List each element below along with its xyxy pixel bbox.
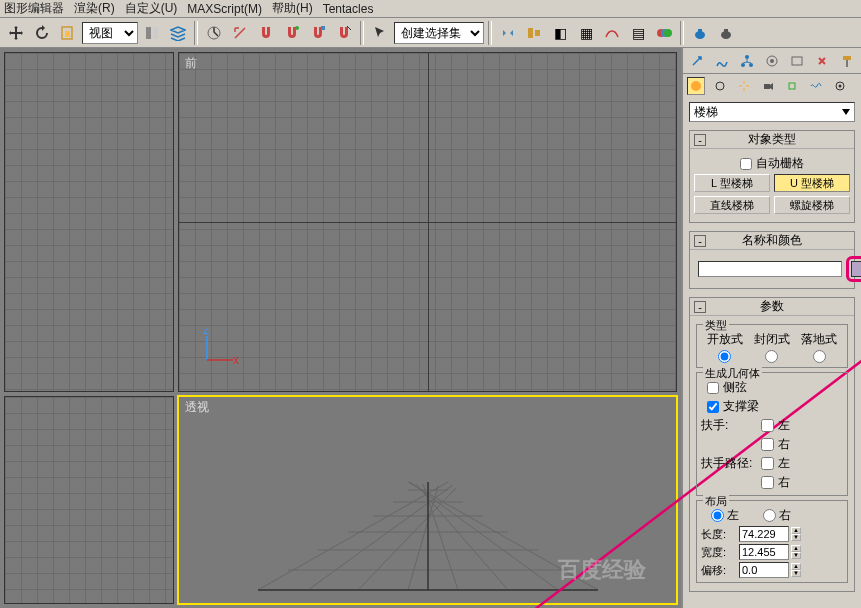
lights-icon[interactable] xyxy=(735,77,753,95)
autogrid-label: 自动栅格 xyxy=(756,155,804,172)
toggle-icon[interactable] xyxy=(140,21,164,45)
svg-point-49 xyxy=(716,82,724,90)
collapse-toggle[interactable]: - xyxy=(694,134,706,146)
align-icon[interactable] xyxy=(522,21,546,45)
snap2-icon[interactable] xyxy=(228,21,252,45)
menu-item[interactable]: 图形编辑器 xyxy=(4,0,64,17)
menu-item[interactable]: 自定义(U) xyxy=(125,0,178,17)
autogrid-checkbox[interactable] xyxy=(740,158,752,170)
rollout-title: 对象类型 xyxy=(748,131,796,148)
create-subtabs xyxy=(683,74,861,98)
type-group: 类型 开放式 封闭式 落地式 xyxy=(696,324,848,368)
menu-item[interactable]: Tentacles xyxy=(323,2,374,16)
layout-group: 布局 左 右 长度:▲▼ 宽度:▲▼ 偏移:▲▼ xyxy=(696,500,848,583)
offset-spinner[interactable] xyxy=(739,562,789,578)
rollout-title: 参数 xyxy=(760,298,784,315)
cameras-icon[interactable] xyxy=(759,77,777,95)
svg-point-53 xyxy=(839,85,842,88)
magnet3-icon[interactable] xyxy=(306,21,330,45)
svg-line-30 xyxy=(358,488,456,590)
closed-radio[interactable] xyxy=(765,350,778,363)
viewport-top-left[interactable] xyxy=(4,52,174,392)
modify-tab-icon[interactable] xyxy=(712,51,732,71)
spin-up-icon[interactable]: ▲ xyxy=(791,563,801,570)
scale-icon[interactable] xyxy=(56,21,80,45)
menu-item[interactable]: 渲染(R) xyxy=(74,0,115,17)
spin-down-icon[interactable]: ▼ xyxy=(791,534,801,541)
spin-up-icon[interactable]: ▲ xyxy=(791,527,801,534)
tool2-icon[interactable]: ▦ xyxy=(574,21,598,45)
spin-down-icon[interactable]: ▼ xyxy=(791,570,801,577)
spin-up-icon[interactable]: ▲ xyxy=(791,545,801,552)
open-radio[interactable] xyxy=(718,350,731,363)
move-icon[interactable] xyxy=(4,21,28,45)
viewport-label: 透视 xyxy=(185,399,209,416)
category-dropdown[interactable]: 楼梯 xyxy=(689,102,855,122)
straight-stairs-button[interactable]: 直线楼梯 xyxy=(694,196,770,214)
stringers-checkbox[interactable] xyxy=(707,382,719,394)
display-tab-icon[interactable] xyxy=(787,51,807,71)
hammer-tab-icon[interactable] xyxy=(837,51,857,71)
selection-set-select[interactable]: 创建选择集 xyxy=(394,22,484,44)
magnet4-icon[interactable] xyxy=(332,21,356,45)
svg-line-31 xyxy=(408,486,438,590)
helpers-icon[interactable] xyxy=(783,77,801,95)
magnet2-icon[interactable] xyxy=(280,21,304,45)
utilities-tab-icon[interactable] xyxy=(812,51,832,71)
svg-point-12 xyxy=(695,31,705,39)
render-icon[interactable] xyxy=(714,21,738,45)
select-icon[interactable] xyxy=(368,21,392,45)
svg-rect-45 xyxy=(792,57,802,65)
viewport-perspective[interactable]: 透视 xyxy=(178,396,677,604)
panel-tabs xyxy=(683,48,861,74)
floor-radio[interactable] xyxy=(813,350,826,363)
layout-right-radio[interactable] xyxy=(763,509,776,522)
collapse-toggle[interactable]: - xyxy=(694,301,706,313)
viewport-bottom-left[interactable] xyxy=(4,396,174,604)
layout-left-radio[interactable] xyxy=(711,509,724,522)
geometry-icon[interactable] xyxy=(687,77,705,95)
systems-icon[interactable] xyxy=(831,77,849,95)
motion-tab-icon[interactable] xyxy=(762,51,782,71)
length-spinner[interactable] xyxy=(739,526,789,542)
group-label: 生成几何体 xyxy=(703,366,762,381)
rotate-icon[interactable] xyxy=(30,21,54,45)
schematic-icon[interactable]: ▤ xyxy=(626,21,650,45)
material-icon[interactable] xyxy=(652,21,676,45)
view-select[interactable]: 视图 xyxy=(82,22,138,44)
width-spinner[interactable] xyxy=(739,544,789,560)
snap-icon[interactable] xyxy=(202,21,226,45)
railpath-right-checkbox[interactable] xyxy=(761,476,774,489)
shapes-icon[interactable] xyxy=(711,77,729,95)
spiral-stairs-button[interactable]: 螺旋楼梯 xyxy=(774,196,850,214)
mirror-icon[interactable] xyxy=(496,21,520,45)
viewport-front[interactable]: 前 zx xyxy=(178,52,677,392)
spacewarps-icon[interactable] xyxy=(807,77,825,95)
color-swatch[interactable] xyxy=(851,261,861,277)
svg-point-42 xyxy=(749,63,753,67)
railpath-left-checkbox[interactable] xyxy=(761,457,774,470)
u-stairs-button[interactable]: U 型楼梯 xyxy=(774,174,850,192)
curve-editor-icon[interactable] xyxy=(600,21,624,45)
object-name-input[interactable] xyxy=(698,261,842,277)
handrail-left-checkbox[interactable] xyxy=(761,419,774,432)
svg-rect-8 xyxy=(535,30,540,36)
teapot-icon[interactable] xyxy=(688,21,712,45)
layers-icon[interactable] xyxy=(166,21,190,45)
hierarchy-tab-icon[interactable] xyxy=(737,51,757,71)
axis-gizmo: zx xyxy=(199,328,239,371)
svg-rect-15 xyxy=(724,29,728,32)
svg-rect-46 xyxy=(843,56,851,60)
menu-item[interactable]: 帮助(H) xyxy=(272,0,313,17)
handrail-right-checkbox[interactable] xyxy=(761,438,774,451)
tool-icon[interactable]: ◧ xyxy=(548,21,572,45)
create-tab-icon[interactable] xyxy=(687,51,707,71)
command-panel: 楼梯 -对象类型 自动栅格 L 型楼梯 U 型楼梯 直线楼梯 螺旋楼梯 -名称和… xyxy=(681,48,861,608)
l-stairs-button[interactable]: L 型楼梯 xyxy=(694,174,770,192)
spin-down-icon[interactable]: ▼ xyxy=(791,552,801,559)
menu-item[interactable]: MAXScript(M) xyxy=(187,2,262,16)
carriage-checkbox[interactable] xyxy=(707,401,719,413)
collapse-toggle[interactable]: - xyxy=(694,235,706,247)
magnet-icon[interactable] xyxy=(254,21,278,45)
parameters-rollout: -参数 类型 开放式 封闭式 落地式 生成几何体 侧弦 支撑梁 扶手:左 右 xyxy=(689,297,855,592)
